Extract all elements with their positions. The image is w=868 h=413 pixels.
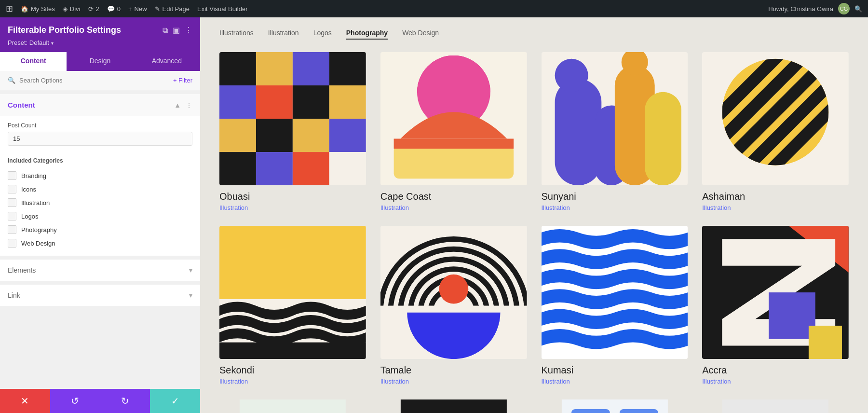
web-design-checkbox[interactable] bbox=[8, 239, 16, 248]
logos-checkbox[interactable] bbox=[8, 212, 16, 220]
section-icons: ▲ ⋮ bbox=[174, 101, 192, 109]
expand-icon[interactable]: ⧉ bbox=[163, 26, 168, 35]
portfolio-thumb-tamale bbox=[380, 226, 527, 359]
divi-icon: ◈ bbox=[63, 5, 68, 13]
post-count-input[interactable] bbox=[8, 132, 192, 146]
portfolio-item-kumasi[interactable]: Kumasi Illustration bbox=[542, 226, 688, 385]
content-section: Content ▲ ⋮ Post Count Included Categori… bbox=[0, 94, 200, 256]
avatar[interactable]: CG bbox=[838, 3, 850, 14]
elements-chevron-icon: ▾ bbox=[189, 266, 192, 274]
tab-logos[interactable]: Logos bbox=[313, 29, 332, 40]
sidebar-panel: Filterable Portfolio Settings ⧉ ▣ ⋮ Pres… bbox=[0, 17, 200, 413]
tab-web-design[interactable]: Web Design bbox=[402, 29, 439, 40]
sidebar-title-icons: ⧉ ▣ ⋮ bbox=[163, 26, 192, 35]
svg-rect-61 bbox=[240, 399, 346, 413]
post-count-field: Post Count bbox=[0, 116, 200, 151]
bottom-bar: ✕ ↺ ↻ ✓ bbox=[0, 389, 200, 413]
portfolio-item-tamale[interactable]: Tamale Illustration bbox=[380, 226, 527, 385]
filter-tabs: Illustrations Illustration Logos Photogr… bbox=[200, 17, 868, 47]
portfolio-item-obuasi[interactable]: Obuasi Illustration bbox=[219, 52, 366, 211]
elements-header[interactable]: Elements ▾ bbox=[0, 260, 200, 281]
svg-rect-64 bbox=[401, 399, 507, 413]
link-header[interactable]: Link ▾ bbox=[0, 285, 200, 306]
link-title: Link bbox=[8, 291, 20, 299]
svg-rect-1 bbox=[219, 52, 256, 85]
portfolio-item-sunyani[interactable]: Sunyani Illustration bbox=[542, 52, 688, 211]
icons-checkbox[interactable] bbox=[8, 185, 16, 193]
portfolio-thumb-obuasi bbox=[219, 52, 366, 185]
search-icon[interactable]: 🔍 bbox=[854, 5, 862, 13]
category-icons: Icons bbox=[8, 182, 192, 196]
undo-button[interactable]: ↺ bbox=[50, 389, 100, 413]
icons-label: Icons bbox=[21, 186, 36, 193]
portfolio-title-kumasi: Kumasi bbox=[542, 365, 688, 376]
portfolio-item-partial-2[interactable] bbox=[380, 399, 527, 413]
edit-page-button[interactable]: ✎ Edit Page bbox=[155, 5, 190, 13]
refresh-icon: ⟳ bbox=[88, 5, 94, 13]
branding-label: Branding bbox=[21, 172, 46, 179]
comments-button[interactable]: 💬 0 bbox=[107, 5, 121, 13]
post-count-label: Post Count bbox=[8, 122, 192, 129]
portfolio-title-accra: Accra bbox=[702, 365, 849, 376]
filter-button[interactable]: + Filter bbox=[173, 77, 192, 84]
portfolio-category-sunyani[interactable]: Illustration bbox=[542, 204, 688, 211]
illustration-checkbox[interactable] bbox=[8, 198, 16, 207]
tab-all[interactable]: Illustrations bbox=[219, 29, 254, 40]
preset-row: Preset: Default ▾ bbox=[8, 39, 192, 52]
portfolio-category-tamale[interactable]: Illustration bbox=[380, 378, 527, 385]
svg-point-29 bbox=[555, 59, 588, 92]
search-row: 🔍 + Filter bbox=[0, 71, 200, 90]
search-input[interactable] bbox=[19, 77, 169, 84]
tab-design[interactable]: Design bbox=[67, 52, 133, 71]
branding-checkbox[interactable] bbox=[8, 171, 16, 180]
window-icon[interactable]: ▣ bbox=[173, 26, 180, 35]
portfolio-item-sekondi[interactable]: Sekondi Illustration bbox=[219, 226, 366, 385]
portfolio-category-cape-coast[interactable]: Illustration bbox=[380, 204, 527, 211]
photography-checkbox[interactable] bbox=[8, 225, 16, 234]
link-section: Link ▾ bbox=[0, 285, 200, 306]
my-sites-button[interactable]: 🏠 My Sites bbox=[21, 5, 55, 13]
exit-builder-button[interactable]: Exit Visual Builder bbox=[197, 5, 248, 13]
chevron-up-icon[interactable]: ▲ bbox=[174, 101, 181, 109]
portfolio-title-tamale: Tamale bbox=[380, 365, 527, 376]
sidebar-tabs: Content Design Advanced bbox=[0, 52, 200, 71]
portfolio-category-kumasi[interactable]: Illustration bbox=[542, 378, 688, 385]
category-illustration: Illustration bbox=[8, 196, 192, 209]
portfolio-category-sekondi[interactable]: Illustration bbox=[219, 378, 366, 385]
tab-photography[interactable]: Photography bbox=[346, 29, 388, 40]
redo-button[interactable]: ↻ bbox=[100, 389, 150, 413]
preset-dropdown-icon[interactable]: ▾ bbox=[51, 41, 54, 46]
portfolio-category-ashaiman[interactable]: Illustration bbox=[702, 204, 849, 211]
svg-rect-20 bbox=[393, 145, 514, 179]
portfolio-item-partial-4[interactable]: SLIM bbox=[702, 399, 849, 413]
portfolio-category-obuasi[interactable]: Illustration bbox=[219, 204, 366, 211]
section-menu-icon[interactable]: ⋮ bbox=[186, 101, 192, 109]
cancel-button[interactable]: ✕ bbox=[0, 389, 50, 413]
kebab-menu-icon[interactable]: ⋮ bbox=[185, 26, 192, 35]
portfolio-title-obuasi: Obuasi bbox=[219, 191, 366, 202]
tab-illustration[interactable]: Illustration bbox=[268, 29, 299, 40]
included-categories: Included Categories Branding Icons Illus… bbox=[0, 151, 200, 256]
portfolio-thumb-partial-2 bbox=[380, 399, 527, 413]
portfolio-item-partial-1[interactable] bbox=[219, 399, 366, 413]
tab-content[interactable]: Content bbox=[0, 52, 67, 71]
divi-button[interactable]: ◈ Divi bbox=[63, 5, 81, 13]
portfolio-item-partial-3[interactable] bbox=[542, 399, 688, 413]
svg-rect-9 bbox=[219, 119, 256, 152]
wordpress-icon[interactable]: ⊞ bbox=[6, 3, 13, 14]
updates-button[interactable]: ⟳ 2 bbox=[88, 5, 99, 13]
section-header: Content ▲ ⋮ bbox=[0, 94, 200, 116]
admin-bar-right: Howdy, Christina Gwira CG 🔍 bbox=[768, 3, 862, 14]
category-logos: Logos bbox=[8, 209, 192, 223]
sidebar-header: Filterable Portfolio Settings ⧉ ▣ ⋮ Pres… bbox=[0, 17, 200, 52]
svg-rect-69 bbox=[571, 409, 610, 413]
portfolio-item-accra[interactable]: Accra Illustration bbox=[702, 226, 849, 385]
portfolio-item-cape-coast[interactable]: Cape Coast Illustration bbox=[380, 52, 527, 211]
portfolio-thumb-accra bbox=[702, 226, 849, 359]
tab-advanced[interactable]: Advanced bbox=[134, 52, 200, 71]
svg-rect-16 bbox=[329, 152, 366, 185]
portfolio-category-accra[interactable]: Illustration bbox=[702, 378, 849, 385]
save-button[interactable]: ✓ bbox=[150, 389, 200, 413]
new-button[interactable]: + New bbox=[128, 5, 147, 13]
portfolio-item-ashaiman[interactable]: Ashaiman Illustration bbox=[702, 52, 849, 211]
